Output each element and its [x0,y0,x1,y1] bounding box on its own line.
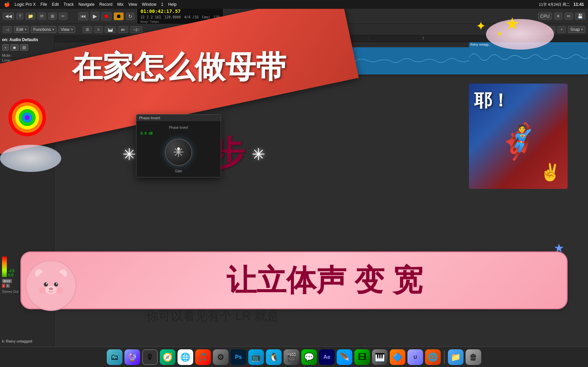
toolbar-record[interactable]: ⏺ [101,12,112,20]
toolbar-stop[interactable]: ⏺ [114,12,124,20]
input-btn[interactable]: I [79,59,83,65]
toolbar-cycle[interactable]: ↻ [126,13,135,20]
dock-wechat[interactable]: 💬 [301,349,317,365]
toolbar2-arrows[interactable]: ◁▷ [130,26,142,33]
toolbar-capture[interactable]: ⟳ [38,13,46,20]
menu-edit[interactable]: Edit [52,2,59,7]
toolbar-left-arrow[interactable]: ◀◀ [3,13,14,20]
toolbar-pencil[interactable]: ✏ [565,13,573,20]
track-controls: M S R I [57,58,143,67]
dock-safari[interactable]: 🧭 [160,349,175,365]
apple-menu[interactable]: 🍎 [4,2,10,7]
ruler-mark-3: 3 [148,37,258,40]
transport-signature: 4/4 /16 [184,15,199,20]
dock-iqiyi[interactable]: 🎞 [354,349,370,365]
functions-dropdown[interactable]: Functions [31,26,56,33]
dock-music[interactable]: 🎵 [195,349,211,365]
i-btn[interactable]: I [2,284,5,288]
volume-slider[interactable] [85,59,112,65]
menu-help[interactable]: Help [168,2,177,7]
dock-u[interactable]: U [407,349,423,365]
track-region-right[interactable]: Rainy untagg... [469,42,588,69]
toolbar-file[interactable]: 📁 [26,13,36,20]
track-name: Rainy untagged [57,52,143,56]
dock-fcpx[interactable]: 🎬 [284,349,299,365]
left-rec-btn[interactable]: ⏺ [10,44,19,51]
toolbar-cpu[interactable]: CPU [538,13,552,20]
edit-dropdown[interactable]: Edit [14,26,29,33]
toolbar2-left-icon[interactable]: ◁ [3,26,12,33]
dock: 🗂 🔮 🎙 🧭 🌐 🎵 ⚙ Ps 📺 🐧 🎬 💬 Ae 🪶 🎞 🎹 🔷 U 🌐 … [0,347,588,367]
menu-mix[interactable]: Mix [117,2,124,7]
toolbar-save[interactable]: 💾 [575,13,585,20]
menu-view[interactable]: View [128,2,137,7]
toolbar-close-plugin[interactable]: ✕ [554,13,562,20]
transport-bpm: 129 [214,15,220,20]
dock-chrome[interactable]: 🌐 [178,349,193,365]
dock-trash[interactable]: 🗑 [466,349,481,365]
menu-1[interactable]: 1 [161,2,164,7]
toolbar-play[interactable]: ▶ [90,12,99,20]
track-number: 1 [2,94,52,102]
channel-controls: -3.5 0.0 [2,257,52,277]
left-add-btn[interactable]: + [2,44,9,51]
toolbar2-piano[interactable]: 🎹 [105,26,116,33]
logic-toolbar2: ◁ Edit Functions View ⊞ ≡ 🎹 ⏭ ◁▷ ↖ + Sna… [0,24,588,35]
toolbar2-cursor[interactable]: ↖ [546,26,555,33]
dock-net[interactable]: 🌐 [425,349,441,365]
logic-toolbar: ◀◀ ? 📁 ⟳ ⊞ ✂ ⏮ ▶ ⏺ ⏺ ↻ 01:00:42:17.57 22… [0,9,588,24]
divider1 [2,121,52,121]
gain-indicator [2,257,7,277]
dock-separator [444,350,444,364]
track-area[interactable]: 3 5 7 Rainy untagged M S R I [54,35,588,347]
mute-btn[interactable]: M [57,59,63,65]
param-finetune: Fine Tune: [2,77,52,81]
toolbar-cut[interactable]: ✂ [59,13,67,20]
pan-knob[interactable] [113,58,122,67]
dock-bilibili[interactable]: 📺 [248,349,264,365]
track-label: Rainy untagged M S R I [54,50,146,69]
dock-settings[interactable]: ⚙ [213,349,229,365]
toolbar2-grid[interactable]: ⊞ [83,26,92,33]
toolbar-help[interactable]: ? [16,13,23,20]
view-dropdown[interactable]: View [58,26,75,33]
snap-dropdown[interactable]: Snap [568,26,585,33]
dock-mic[interactable]: 🎙 [142,349,158,365]
param-follow[interactable]: & Follow: Off [2,82,52,86]
bounce-btn[interactable]: Bnce [2,279,12,283]
dock-folder[interactable]: 📁 [448,349,464,365]
s-btn[interactable]: S [6,284,10,288]
menu-track[interactable]: Track [64,2,74,7]
param-gain: Gain: [2,87,52,91]
keep-tempo-label: Keep Tempo [140,20,220,24]
dock-ae[interactable]: Ae [319,349,335,365]
dock-siri[interactable]: 🔮 [124,349,140,365]
date-display: 11字 4月24日 周二 [539,2,570,7]
dock-qq[interactable]: 🐧 [266,349,282,365]
transport-time-display: 01:00:42:17.57 [140,9,220,15]
param-qswing: Q-Swing: [2,68,52,72]
menu-record[interactable]: Record [99,2,113,7]
record-btn[interactable]: R [72,59,78,65]
param-quantize[interactable]: Quantize: Off [2,63,52,67]
toolbar2-skip[interactable]: ⏭ [118,26,128,33]
left-expand-btn[interactable]: ▤ [20,44,28,51]
toolbar2-plus[interactable]: + [557,26,566,33]
toolbar-rewind[interactable]: ⏮ [78,12,88,20]
solo-btn[interactable]: S [65,59,70,65]
dock-ps[interactable]: Ps [231,349,246,365]
left-panel: on: Audio Defaults + ⏺ ▤ Mute: Loop: Qua… [0,35,54,347]
toolbar2-list[interactable]: ≡ [94,26,103,33]
dock-finder[interactable]: 🗂 [107,349,122,365]
dock-lark[interactable]: 🪶 [337,349,352,365]
param-transpose: Transpose: [2,72,52,76]
mini-waveform-icon[interactable]: 〰️ [2,105,29,118]
logic-window: ◀◀ ? 📁 ⟳ ⊞ ✂ ⏮ ▶ ⏺ ⏺ ↻ 01:00:42:17.57 22… [0,9,588,347]
menu-window[interactable]: Window [142,2,156,7]
dock-logic[interactable]: 🎹 [372,349,388,365]
menu-file[interactable]: File [40,2,47,7]
app-name[interactable]: Logic Pro X [15,2,36,7]
menu-navigate[interactable]: Navigate [79,2,95,7]
toolbar-edit2[interactable]: ⊞ [48,13,57,20]
dock-blender[interactable]: 🔷 [390,349,405,365]
